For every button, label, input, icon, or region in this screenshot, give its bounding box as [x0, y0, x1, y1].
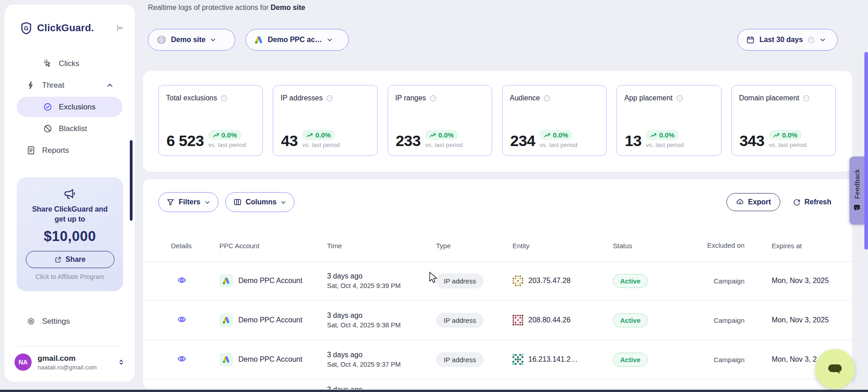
- google-ads-icon: [219, 353, 233, 366]
- feedback-tab[interactable]: Feedback: [849, 156, 864, 225]
- promo-footer-link[interactable]: Click to Affiliate Program: [35, 273, 104, 280]
- sidebar-collapse-icon[interactable]: [116, 24, 125, 33]
- stat-value: 6 523: [166, 133, 204, 148]
- sidebar-item-clicks[interactable]: Clicks: [17, 53, 123, 74]
- refresh-icon: [793, 198, 801, 206]
- sidebar-divider: [18, 346, 121, 347]
- ip-identicon: [512, 354, 523, 365]
- svg-text:?: ?: [810, 38, 812, 42]
- excluded-on-cell: Campaign: [699, 277, 745, 285]
- table-row[interactable]: Demo PPC Account 3 days ago Sat, Oct 4, …: [143, 340, 852, 379]
- view-details-button[interactable]: [177, 354, 189, 363]
- help-circle-icon[interactable]: ?: [676, 94, 683, 102]
- expires-at-cell: Mon, Nov 3, 2025: [745, 316, 852, 324]
- table-header-row: Details PPC Account Time Type Entity Sta…: [143, 230, 852, 262]
- entity-cell: 203.75.47.28: [512, 275, 613, 286]
- help-circle-icon[interactable]: ?: [802, 94, 810, 102]
- table-row[interactable]: 3 days ago: [143, 379, 852, 389]
- status-badge: Active: [613, 313, 648, 327]
- filters-button[interactable]: Filters: [158, 192, 218, 212]
- sidebar-item-reports[interactable]: Reports: [17, 140, 123, 161]
- sidebar-item-threat[interactable]: Threat: [17, 75, 123, 95]
- google-ads-icon: [219, 274, 233, 288]
- sidebar-item-settings[interactable]: Settings: [17, 311, 126, 331]
- help-circle-icon[interactable]: ?: [543, 94, 551, 102]
- time-cell: 3 days ago Sat, Oct 4, 2025 9:38 PM: [327, 312, 436, 329]
- stat-label: App placement: [624, 94, 673, 102]
- page-scrollbar[interactable]: [864, 52, 868, 250]
- share-button[interactable]: Share: [26, 251, 114, 268]
- ppc-account-selector-value: Demo PPC ac…: [268, 36, 322, 44]
- stats-panel: Total exclusions ? 6 523 0.0% vs. last p…: [143, 71, 852, 172]
- sidebar-item-exclusions[interactable]: Exclusions: [17, 97, 123, 117]
- view-details-button[interactable]: [177, 315, 189, 324]
- chat-launcher-button[interactable]: [815, 349, 855, 389]
- col-header-excluded-on: Excluded on: [699, 241, 745, 251]
- help-circle-icon[interactable]: ?: [429, 94, 437, 102]
- affiliate-promo-card: Share ClickGuard and get up to $10,000 S…: [17, 177, 123, 291]
- view-details-button[interactable]: [177, 275, 189, 284]
- stat-card-ip-addresses: IP addresses ? 43 0.0% vs. last period: [273, 85, 377, 156]
- svg-text:?: ?: [546, 96, 548, 100]
- export-button[interactable]: Export: [726, 193, 781, 211]
- exclusions-table-panel: Filters Columns Export Refresh Details P…: [143, 179, 852, 389]
- badge-check-icon: [43, 102, 52, 112]
- ppc-account-selector[interactable]: Demo PPC ac…: [246, 29, 349, 51]
- help-circle-icon[interactable]: ?: [220, 94, 228, 102]
- table-row[interactable]: Demo PPC Account 3 days ago Sat, Oct 4, …: [143, 261, 852, 301]
- stat-delta-badge: 0.0%: [769, 130, 802, 140]
- stat-label: IP addresses: [280, 94, 323, 102]
- stat-caption: vs. last period: [540, 142, 577, 148]
- trend-up-icon: [213, 132, 219, 138]
- stat-card-domain-placement: Domain placement ? 343 0.0% vs. last per…: [731, 85, 836, 156]
- stat-value: 234: [510, 133, 535, 148]
- ppc-account-cell: Demo PPC Account: [219, 274, 327, 288]
- export-button-label: Export: [748, 198, 771, 206]
- share-button-label: Share: [66, 255, 85, 264]
- promo-amount: $10,000: [44, 228, 96, 245]
- feedback-tab-label: Feedback: [854, 169, 861, 199]
- time-cell: 3 days ago Sat, Oct 4, 2025 9:39 PM: [327, 272, 436, 289]
- subtitle-prefix: Realtime logs of protective actions for: [148, 4, 269, 11]
- site-selector[interactable]: Demo site: [148, 29, 235, 51]
- refresh-button[interactable]: Refresh: [790, 198, 834, 207]
- table-body: Demo PPC Account 3 days ago Sat, Oct 4, …: [143, 261, 852, 389]
- stat-value: 233: [396, 133, 421, 148]
- stat-delta-badge: 0.0%: [425, 130, 458, 140]
- table-row[interactable]: Demo PPC Account 3 days ago Sat, Oct 4, …: [143, 301, 852, 340]
- sidebar-item-label: Exclusions: [59, 103, 123, 112]
- account-name: gmail.com: [38, 354, 112, 363]
- sidebar-scrollbar[interactable]: [130, 140, 133, 221]
- account-switcher[interactable]: NA gmail.com naatali.ro@gmail.com: [14, 354, 125, 371]
- entity-cell: 208.80.44.26: [512, 315, 613, 326]
- help-circle-icon[interactable]: ?: [326, 94, 333, 102]
- chat-bubble-icon: [825, 360, 845, 378]
- page-subtitle: Realtime logs of protective actions for …: [148, 4, 305, 12]
- stat-card-ip-ranges: IP ranges ? 233 0.0% vs. last period: [388, 85, 492, 156]
- cloud-download-icon: [736, 198, 744, 206]
- trend-up-icon: [650, 132, 657, 138]
- stat-value: 343: [740, 133, 764, 148]
- stat-caption: vs. last period: [425, 142, 463, 148]
- account-email: naatali.ro@gmail.com: [38, 364, 112, 371]
- stat-delta-badge: 0.0%: [302, 130, 335, 140]
- brand-name: ClickGuard.: [37, 22, 111, 34]
- help-circle-icon[interactable]: ?: [807, 36, 815, 44]
- svg-text:?: ?: [223, 96, 225, 100]
- status-badge: Active: [613, 274, 648, 288]
- columns-button[interactable]: Columns: [225, 192, 294, 212]
- sidebar-item-label: Reports: [42, 146, 123, 155]
- sidebar-item-blacklist[interactable]: Blacklist: [17, 118, 123, 139]
- subtitle-site: Demo site: [270, 4, 305, 11]
- date-range-selector[interactable]: Last 30 days ?: [737, 29, 838, 51]
- chevron-up-icon[interactable]: [106, 82, 114, 89]
- col-header-type: Type: [436, 242, 512, 250]
- col-header-entity: Entity: [512, 242, 613, 250]
- avatar: NA: [14, 354, 32, 371]
- stat-value: 43: [281, 133, 298, 148]
- chevron-down-icon: [204, 199, 210, 205]
- external-link-icon: [54, 256, 62, 263]
- table-toolbar: Filters Columns Export Refresh: [158, 192, 834, 212]
- stat-caption: vs. last period: [209, 142, 246, 148]
- ban-icon: [43, 124, 52, 133]
